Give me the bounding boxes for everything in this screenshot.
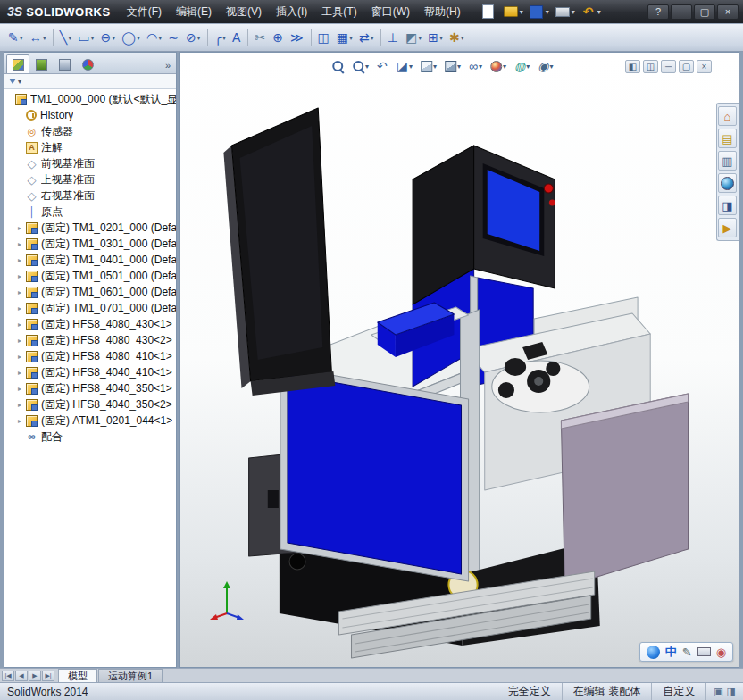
separator[interactable] — [207, 29, 208, 46]
file-explorer[interactable]: ▥ — [718, 151, 737, 171]
minimize[interactable]: ─ — [671, 4, 692, 20]
convert-entities-tool[interactable]: ⊕ — [270, 26, 287, 49]
undo[interactable]: ▾ — [579, 3, 603, 21]
separator[interactable] — [53, 29, 54, 46]
hide-show-items[interactable]: ∞ ▾ — [466, 56, 485, 76]
tree-expander[interactable]: ▸ — [18, 385, 26, 393]
arc-tool[interactable]: ◠ ▾ — [144, 26, 164, 49]
ime-keyboard-icon[interactable] — [697, 647, 711, 656]
tree-expander[interactable]: ▸ — [18, 288, 26, 296]
ime-lang-toggle[interactable]: 中 — [665, 644, 677, 660]
maximize[interactable]: ▢ — [694, 4, 715, 20]
tab-featuremanager[interactable] — [6, 54, 29, 73]
tree-item[interactable]: ▸ (固定) HFS8_4040_350<1> — [4, 380, 176, 396]
tab-scroll-last[interactable]: ▶| — [42, 671, 54, 681]
spline-tool[interactable]: ∼ — [165, 26, 182, 49]
document-tab[interactable]: 模型 — [58, 669, 97, 682]
zoom-fit[interactable] — [330, 56, 347, 76]
open-document[interactable]: ▾ — [501, 3, 525, 21]
tree-item[interactable]: History — [4, 107, 176, 123]
cad-model-canvas[interactable] — [180, 53, 739, 667]
grid-settings-tool[interactable]: ⊞ ▾ — [425, 26, 446, 49]
tree-expander[interactable]: ▸ — [18, 304, 26, 312]
menu-item[interactable]: 编辑(E) — [169, 0, 219, 23]
tree-expander[interactable]: ▸ — [18, 353, 26, 361]
rectangle-tool[interactable]: ▭ ▾ — [75, 26, 96, 49]
tree-item[interactable]: ▸ (固定) HFS8_4080_410<1> — [4, 348, 176, 364]
status-pane-icon[interactable]: ◨ — [727, 686, 736, 697]
linear-pattern-tool[interactable]: ▦ ▾ — [334, 26, 355, 49]
tree-item[interactable]: ▸ (固定) HFS8_4040_410<1> — [4, 364, 176, 380]
slot-tool[interactable]: ⊖ ▾ — [97, 26, 118, 49]
zoom-area[interactable]: ▾ — [350, 56, 372, 76]
text-tool[interactable]: A — [230, 26, 244, 49]
section-view[interactable]: ◪ ▾ — [394, 56, 415, 76]
design-library[interactable]: ▤ — [718, 129, 737, 148]
separator[interactable] — [380, 29, 381, 46]
viewport-split[interactable]: ◧ — [625, 60, 640, 73]
document-tab[interactable]: 运动算例1 — [98, 669, 163, 682]
tab-propertymanager[interactable] — [29, 54, 53, 73]
help[interactable]: ? — [647, 4, 669, 20]
tree-item[interactable]: ▸ (固定) TM1_0701_000 (Defau — [4, 300, 176, 316]
forum[interactable]: ▶ — [718, 218, 737, 238]
tree-expander[interactable]: ▸ — [18, 240, 26, 248]
move-entities-tool[interactable]: ⇄ ▾ — [356, 26, 377, 49]
tab-scroll-next[interactable]: ▶ — [29, 671, 41, 681]
tree-item[interactable]: TM1_0000_000 (默认<默认_显示 — [4, 91, 176, 107]
restore-document[interactable]: ▢ — [679, 60, 694, 73]
sketch-tool[interactable]: ✎ ▾ — [5, 26, 26, 49]
menu-item[interactable]: 窗口(W) — [364, 0, 417, 23]
tree-expander[interactable]: ▸ — [18, 401, 26, 409]
graphics-viewport[interactable]: ▾ ↶ ◪ ▾ ▾ — [179, 52, 739, 668]
ime-settings-icon[interactable]: ◉ — [716, 646, 726, 659]
tree-item[interactable]: ▸ (固定) ATM1_0201_044<1> — [4, 412, 176, 429]
tree-item[interactable]: ▸ (固定) TM1_0401_000 (Defau — [4, 252, 176, 268]
tree-item[interactable]: ▸ (固定) HFS8_4040_350<2> — [4, 396, 176, 412]
tree-expander[interactable]: ▸ — [18, 272, 26, 280]
custom-properties[interactable]: ◨ — [718, 196, 737, 215]
view-settings[interactable]: ◉ ▾ — [535, 56, 555, 76]
tree-item[interactable]: 上视基准面 — [4, 171, 176, 188]
tree-expander[interactable]: ▸ — [18, 321, 26, 329]
panel-overflow-chevron[interactable]: » — [162, 60, 174, 73]
tree-item[interactable]: 配合 — [4, 429, 176, 445]
status-custom[interactable]: 自定义 — [651, 683, 705, 700]
options-tool[interactable]: ✱ ▾ — [447, 26, 467, 49]
minimize-document[interactable]: ─ — [661, 60, 676, 73]
resources-home[interactable]: ⌂ — [718, 106, 737, 126]
close[interactable]: × — [717, 4, 739, 20]
tree-item[interactable]: ▸ (固定) HFS8_4080_430<1> — [4, 316, 176, 332]
tab-configurationmanager[interactable] — [53, 54, 76, 73]
offset-entities-tool[interactable]: ≫ — [288, 26, 307, 49]
display-relations-tool[interactable]: ⊥ — [385, 26, 402, 49]
tab-scroll-prev[interactable]: ◀ — [15, 671, 28, 681]
previous-view[interactable]: ↶ — [374, 56, 391, 76]
separator[interactable] — [311, 29, 312, 46]
viewport-pane[interactable]: ◫ — [643, 60, 658, 73]
menu-item[interactable]: 帮助(H) — [417, 0, 468, 23]
save[interactable]: ▾ — [527, 3, 551, 21]
tree-item[interactable]: 注解 — [4, 139, 176, 155]
trim-tool[interactable]: ✂ — [252, 26, 269, 49]
ellipse-tool[interactable]: ⊘ ▾ — [183, 26, 204, 49]
view-orientation[interactable]: ▾ — [418, 56, 439, 76]
tree-item[interactable]: ▸ (固定) TM1_0301_000 (Defau — [4, 236, 176, 252]
quick-snaps-tool[interactable]: ◩ ▾ — [403, 26, 424, 49]
smart-dimension-tool[interactable]: ↔ ▾ — [27, 26, 49, 49]
edit-appearance[interactable]: ▾ — [488, 56, 509, 76]
print[interactable]: ▾ — [553, 3, 577, 21]
status-display-icon[interactable]: ▣ — [714, 686, 722, 697]
ime-pen-icon[interactable]: ✎ — [682, 646, 692, 659]
menu-item[interactable]: 工具(T) — [314, 0, 363, 23]
ime-logo-icon[interactable] — [647, 646, 660, 659]
model-monitor-panel[interactable] — [223, 108, 335, 396]
apply-scene[interactable]: ◍ ▾ — [512, 56, 532, 76]
tab-scroll-first[interactable]: |◀ — [2, 671, 14, 681]
display-style[interactable]: ▾ — [442, 56, 463, 76]
menu-item[interactable]: 文件(F) — [120, 0, 169, 23]
tree-item[interactable]: 传感器 — [4, 123, 176, 139]
tree-expander[interactable]: ▸ — [18, 369, 26, 377]
tree-expander[interactable]: ▸ — [18, 337, 26, 345]
fillet-tool[interactable]: ╭ ▾ — [212, 26, 229, 49]
